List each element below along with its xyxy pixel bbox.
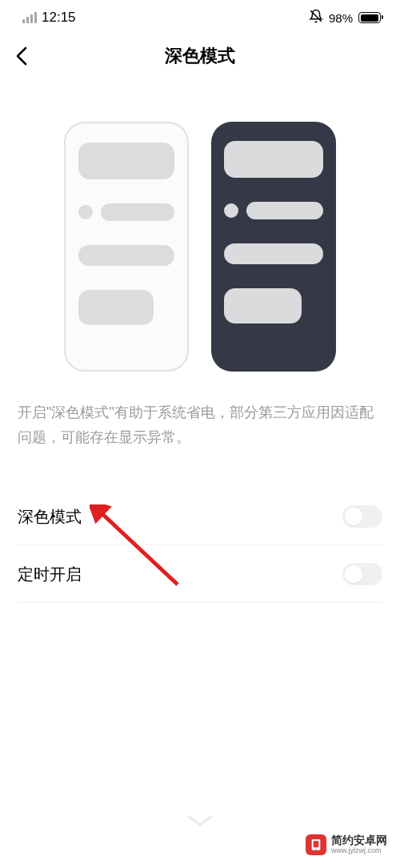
- battery-icon: [358, 12, 381, 23]
- scheduled-label: 定时开启: [18, 564, 82, 585]
- back-icon[interactable]: [16, 46, 27, 66]
- watermark-name: 简约安卓网: [331, 834, 387, 846]
- watermark-text: 简约安卓网 www.jylzwj.com: [331, 834, 387, 854]
- status-bar: 12:15 98%: [0, 0, 400, 32]
- page-title: 深色模式: [165, 44, 235, 68]
- watermark: 简约安卓网 www.jylzwj.com: [306, 834, 387, 855]
- dark-mode-preview[interactable]: [211, 122, 336, 372]
- settings-list: 深色模式 定时开启: [0, 488, 400, 603]
- scheduled-row[interactable]: 定时开启: [0, 545, 400, 603]
- scheduled-toggle[interactable]: [342, 563, 382, 585]
- watermark-url: www.jylzwj.com: [331, 847, 387, 855]
- theme-preview: [0, 77, 400, 400]
- watermark-icon: [306, 834, 326, 855]
- dark-mode-row[interactable]: 深色模式: [0, 488, 400, 545]
- status-right: 98%: [309, 9, 381, 26]
- status-time: 12:15: [42, 10, 76, 26]
- description-text: 开启"深色模式"有助于系统省电，部分第三方应用因适配问题，可能存在显示异常。: [0, 400, 400, 449]
- dark-mode-toggle[interactable]: [342, 505, 382, 528]
- dnd-bell-icon: [309, 9, 323, 26]
- signal-icon: [22, 12, 37, 23]
- light-mode-preview[interactable]: [64, 122, 189, 372]
- page-header: 深色模式: [0, 32, 400, 77]
- dark-mode-label: 深色模式: [18, 506, 82, 528]
- scroll-hint-icon: [186, 814, 214, 828]
- battery-percentage: 98%: [329, 11, 353, 25]
- status-left: 12:15: [22, 10, 76, 26]
